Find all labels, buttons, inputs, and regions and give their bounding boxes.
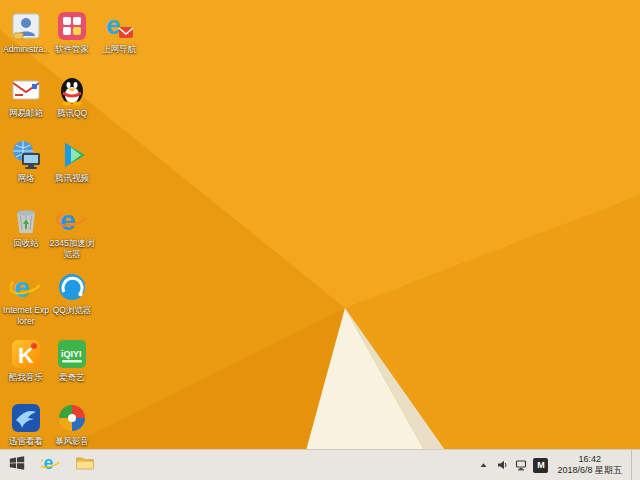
desktop-icon-baofeng-player[interactable]: 暴风影音 [49, 402, 95, 447]
desktop-icon-label: 2345加速浏览器 [49, 238, 95, 259]
xunlei-kankan-icon [10, 402, 42, 434]
desktop-icon-label: 爱奇艺 [49, 372, 95, 383]
desktop-icon-label: 网络 [3, 173, 49, 184]
desktop-icon-kuwo-music[interactable]: K 酷我音乐 [3, 338, 49, 383]
qq-penguin-icon [56, 74, 88, 106]
internet-explorer-icon: e [41, 453, 61, 477]
system-tray: M 16:42 2018/6/8 星期五 [476, 450, 640, 480]
network-icon [10, 139, 42, 171]
desktop-icon-label: 回收站 [3, 238, 49, 249]
input-method-indicator[interactable]: M [533, 458, 548, 473]
user-files-icon [10, 10, 42, 42]
folder-icon [75, 453, 95, 477]
desktop-icon-web-navigation[interactable]: e 上网导航 [96, 10, 142, 55]
mail-icon [10, 74, 42, 106]
hidden-icons-arrow[interactable] [476, 458, 490, 472]
desktop-icon-xunlei-kankan[interactable]: 迅雷看看 [3, 402, 49, 447]
desktop-icon-label: 腾讯QQ [49, 108, 95, 119]
desktop-icon-internet-explorer[interactable]: e Internet Explorer [3, 271, 49, 326]
desktop-icon-label: 网易邮箱 [3, 108, 49, 119]
desktop-icon-label: 腾讯视频 [49, 173, 95, 184]
desktop-icon-network[interactable]: 网络 [3, 139, 49, 184]
desktop-icon-label: Internet Explorer [3, 305, 49, 326]
desktop-icon-software-manager[interactable]: 软件管家 [49, 10, 95, 55]
desktop-icon-label: QQ浏览器 [49, 305, 95, 316]
volume-icon[interactable] [495, 458, 509, 472]
svg-text:e: e [60, 205, 76, 236]
iqiyi-icon: iQIYI [56, 338, 88, 370]
desktop-icon-administrator[interactable]: Administra... [3, 10, 49, 55]
clock-time: 16:42 [557, 454, 622, 465]
desktop-icon-qq-browser[interactable]: QQ浏览器 [49, 271, 95, 316]
taskbar-file-explorer-button[interactable] [68, 450, 102, 480]
desktop-icon-label: 暴风影音 [49, 436, 95, 447]
windows-logo-icon [8, 454, 26, 476]
tencent-video-icon [56, 139, 88, 171]
wallpaper [0, 0, 640, 480]
baofeng-player-icon [56, 402, 88, 434]
desktop-icon-label: Administra... [3, 44, 49, 55]
kuwo-music-icon: K [10, 338, 42, 370]
desktop-icon-tencent-video[interactable]: 腾讯视频 [49, 139, 95, 184]
show-desktop-button[interactable] [631, 450, 638, 480]
internet-explorer-icon: e [10, 271, 42, 303]
browser-2345-icon: e [56, 204, 88, 236]
svg-text:e: e [44, 453, 54, 473]
svg-text:iQIYI: iQIYI [61, 349, 82, 359]
qq-browser-icon [56, 271, 88, 303]
desktop-icon-iqiyi[interactable]: iQIYI 爱奇艺 [49, 338, 95, 383]
desktop-icon-recycle-bin[interactable]: 回收站 [3, 204, 49, 249]
svg-text:e: e [14, 272, 30, 303]
desktop-icon-browser-2345[interactable]: e 2345加速浏览器 [49, 204, 95, 259]
desktop-icon-label: 上网导航 [96, 44, 142, 55]
recycle-bin-icon [10, 204, 42, 236]
taskbar: e M 16:42 2018/6/8 星期五 [0, 449, 640, 480]
network-icon[interactable] [514, 458, 528, 472]
desktop-icon-label: 迅雷看看 [3, 436, 49, 447]
desktop-icon-label: 软件管家 [49, 44, 95, 55]
taskbar-ie-button[interactable]: e [34, 450, 68, 480]
desktop-icon-tencent-qq[interactable]: 腾讯QQ [49, 74, 95, 119]
svg-text:e: e [106, 10, 120, 40]
software-manager-icon [56, 10, 88, 42]
start-button[interactable] [0, 450, 34, 480]
web-navigation-icon: e [103, 10, 135, 42]
desktop-icon-label: 酷我音乐 [3, 372, 49, 383]
taskbar-clock[interactable]: 16:42 2018/6/8 星期五 [553, 454, 626, 476]
clock-date: 2018/6/8 星期五 [557, 465, 622, 476]
desktop-icon-mail[interactable]: 网易邮箱 [3, 74, 49, 119]
